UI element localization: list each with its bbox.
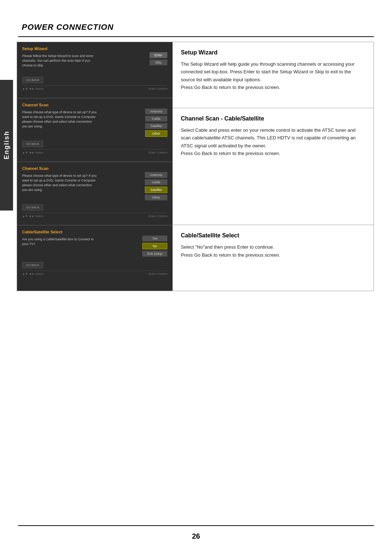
screen2b-btn-other[interactable]: Other: [145, 195, 167, 200]
screen1-goback-wrap: GO BACK: [22, 76, 167, 83]
screen3-btn-yes[interactable]: Yes: [142, 236, 167, 241]
right-column: Setup Wizard The Setup Wizard will help …: [173, 42, 373, 291]
screen2a-nav-select: ▲▼ ◄► Select: [22, 151, 43, 154]
screen2a-goback-wrap: GO BACK: [22, 140, 167, 147]
screen2a-text: Please choose what type of device to set…: [22, 110, 98, 129]
desc1-title: Setup Wizard: [181, 49, 366, 56]
screen1-buttons: Enter Skip: [150, 52, 168, 65]
screen-channel-scan-1: Channel Scan Please choose what type of …: [17, 98, 172, 162]
screen1-goback[interactable]: GO BACK: [22, 77, 43, 83]
screen2b-btn-satellite[interactable]: Satellite: [145, 187, 167, 193]
screen3-nav-confirm: Enter: Confirm: [149, 272, 168, 276]
screen1-nav-text: ▲▼ ◄► Select: [22, 87, 43, 90]
page-container: English POWER CONNECTION 26 Setup Wizard…: [0, 0, 392, 555]
screen-channel-scan-2: Channel Scan Please choose what type of …: [17, 162, 172, 225]
screen2b-title: Channel Scan: [22, 166, 167, 171]
desc3-body: Select "No"and then press Enter to conti…: [181, 243, 366, 259]
screen2a-goback[interactable]: GO BACK: [22, 141, 43, 147]
screen2b-nav: ▲▼ ◄► Select Enter: Confirm: [22, 213, 167, 218]
screen3-btn-no[interactable]: No: [142, 243, 167, 249]
screen2b-goback[interactable]: GO BACK: [22, 204, 43, 211]
screen3-title: Cable/Satellite Select: [22, 230, 167, 234]
screen2b-btn-antenna[interactable]: Antenna: [145, 172, 167, 178]
screen2a-btn-cable[interactable]: Cable: [145, 116, 168, 122]
screen2a-title: Channel Scan: [22, 103, 167, 107]
screen2b-buttons: Antenna Cable Satellite Other: [145, 172, 167, 200]
screen2b-nav-select: ▲▼ ◄► Select: [22, 215, 43, 218]
screen3-text: Are you using a Cable/Satellite Box to C…: [22, 237, 98, 246]
desc1-body: The Setup Wizard will help guide you thr…: [181, 60, 366, 91]
screen2a-btn-antenna[interactable]: Antenna: [145, 109, 168, 114]
sidebar-english: English: [0, 80, 13, 211]
screen3-btn-exit[interactable]: Exit Setup: [142, 251, 167, 257]
screen2b-nav-confirm: Enter: Confirm: [149, 215, 168, 218]
screen1-nav: ▲▼ ◄► Select Enter: Confirm: [22, 85, 167, 90]
page-number: 26: [192, 532, 200, 540]
sidebar-label-text: English: [3, 131, 11, 159]
screen2b-btn-cable[interactable]: Cable: [145, 179, 167, 185]
screen2a-btn-satellite[interactable]: Satellite: [145, 123, 168, 129]
screen1-btn-enter[interactable]: Enter: [150, 52, 168, 58]
screen3-goback-wrap: GO BACK: [22, 261, 167, 268]
desc3-title: Cable/Satellite Select: [181, 232, 366, 239]
desc2-title: Channel Scan - Cable/Satellite: [181, 115, 366, 122]
desc-section-3: Cable/Satellite Select Select "No"and th…: [173, 225, 373, 291]
bottom-rule: [18, 525, 374, 526]
desc-section-1: Setup Wizard The Setup Wizard will help …: [173, 42, 373, 108]
screen-cable-satellite-select: Cable/Satellite Select Are you using a C…: [17, 225, 172, 291]
desc2-body: Select Cable and press enter on your rem…: [181, 126, 366, 158]
screen2a-nav-confirm: Enter: Confirm: [149, 151, 168, 154]
screen1-btn-skip[interactable]: Skip: [150, 60, 168, 65]
screen2b-goback-wrap: GO BACK: [22, 203, 167, 211]
desc-section-2: Channel Scan - Cable/Satellite Select Ca…: [173, 108, 373, 225]
screen1-nav-confirm: Enter: Confirm: [149, 87, 168, 90]
screen3-nav: ▲▼ ◄► Select Enter: Confirm: [22, 270, 167, 276]
title-rule: [18, 36, 374, 37]
screen2b-text: Please choose what type of device to set…: [22, 174, 98, 192]
screen2a-buttons: Antenna Cable Satellite Other: [145, 109, 168, 137]
screen3-nav-select: ▲▼ ◄► Select: [22, 272, 43, 276]
screen1-text: Please follow the Setup Wizard to scan a…: [22, 54, 98, 68]
screen2a-btn-other[interactable]: Other: [145, 130, 168, 137]
screen2a-nav: ▲▼ ◄► Select Enter: Confirm: [22, 149, 167, 154]
main-content: Setup Wizard Please follow the Setup Wiz…: [17, 42, 374, 291]
page-title: POWER CONNECTION: [22, 23, 114, 32]
screen3-goback[interactable]: GO BACK: [22, 262, 43, 268]
screen-setup-wizard: Setup Wizard Please follow the Setup Wiz…: [17, 42, 172, 98]
screen3-buttons: Yes No Exit Setup: [142, 236, 167, 257]
screen1-title: Setup Wizard: [22, 46, 167, 51]
left-column: Setup Wizard Please follow the Setup Wiz…: [17, 42, 173, 291]
